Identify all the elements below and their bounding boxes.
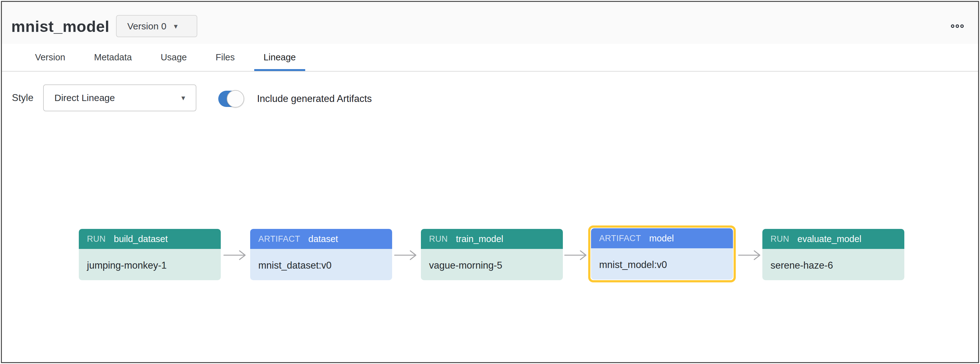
ellipsis-icon (956, 24, 959, 28)
ellipsis-icon (951, 24, 955, 28)
run-node-evaluate-model[interactable]: RUN evaluate_model serene-haze-6 (762, 229, 904, 280)
artifact-lineage-page: mnist_model Version 0 ▾ Version Metadata… (1, 1, 979, 363)
node-header: ARTIFACT model (591, 228, 733, 248)
node-name: dataset (308, 234, 338, 244)
lineage-style-value: Direct Lineage (54, 92, 115, 103)
node-name: build_dataset (114, 234, 168, 244)
run-node-train-model[interactable]: RUN train_model vague-morning-5 (421, 229, 563, 280)
node-id: vague-morning-5 (421, 249, 563, 280)
node-kind-label: RUN (429, 234, 448, 244)
include-generated-artifacts-toggle[interactable] (218, 91, 243, 107)
style-label: Style (12, 84, 33, 111)
node-header: RUN train_model (421, 229, 563, 249)
node-kind-label: ARTIFACT (258, 234, 300, 244)
artifact-node-dataset[interactable]: ARTIFACT dataset mnist_dataset:v0 (250, 229, 392, 280)
chevron-down-icon: ▾ (181, 94, 185, 102)
tab-metadata[interactable]: Metadata (85, 44, 142, 71)
node-name: evaluate_model (797, 234, 861, 244)
node-header: RUN build_dataset (79, 229, 221, 249)
version-selector-label: Version 0 (127, 21, 166, 32)
node-name: model (649, 233, 674, 243)
artifact-header: mnist_model Version 0 ▾ (2, 2, 978, 44)
tab-files[interactable]: Files (206, 44, 244, 71)
overflow-menu-button[interactable] (951, 24, 964, 28)
lineage-style-select[interactable]: Direct Lineage ▾ (43, 84, 196, 111)
tab-usage[interactable]: Usage (151, 44, 196, 71)
tab-lineage[interactable]: Lineage (254, 44, 305, 71)
artifact-node-model-selected[interactable]: ARTIFACT model mnist_model:v0 (591, 228, 733, 280)
node-name: train_model (456, 234, 503, 244)
node-kind-label: RUN (87, 234, 106, 244)
node-kind-label: ARTIFACT (599, 234, 641, 243)
run-node-build-dataset[interactable]: RUN build_dataset jumping-monkey-1 (79, 229, 221, 280)
node-header: ARTIFACT dataset (250, 229, 392, 249)
toggle-knob (227, 90, 244, 108)
page-title: mnist_model (11, 17, 110, 36)
ellipsis-icon (960, 24, 964, 28)
node-kind-label: RUN (770, 234, 789, 244)
tab-bar: Version Metadata Usage Files Lineage (2, 44, 978, 72)
edge-arrow-icon (563, 249, 589, 261)
include-generated-artifacts-label: Include generated Artifacts (257, 91, 372, 107)
tab-version[interactable]: Version (25, 44, 75, 71)
node-header: RUN evaluate_model (762, 229, 904, 249)
node-id: mnist_model:v0 (591, 248, 733, 280)
edge-arrow-icon (223, 249, 248, 261)
selected-node-highlight: ARTIFACT model mnist_model:v0 (588, 226, 736, 282)
edge-arrow-icon (737, 249, 763, 261)
version-selector-button[interactable]: Version 0 ▾ (116, 15, 197, 37)
node-id: serene-haze-6 (762, 249, 904, 280)
chevron-down-icon: ▾ (174, 22, 178, 30)
node-id: mnist_dataset:v0 (250, 249, 392, 280)
edge-arrow-icon (393, 249, 419, 261)
node-id: jumping-monkey-1 (79, 249, 221, 280)
